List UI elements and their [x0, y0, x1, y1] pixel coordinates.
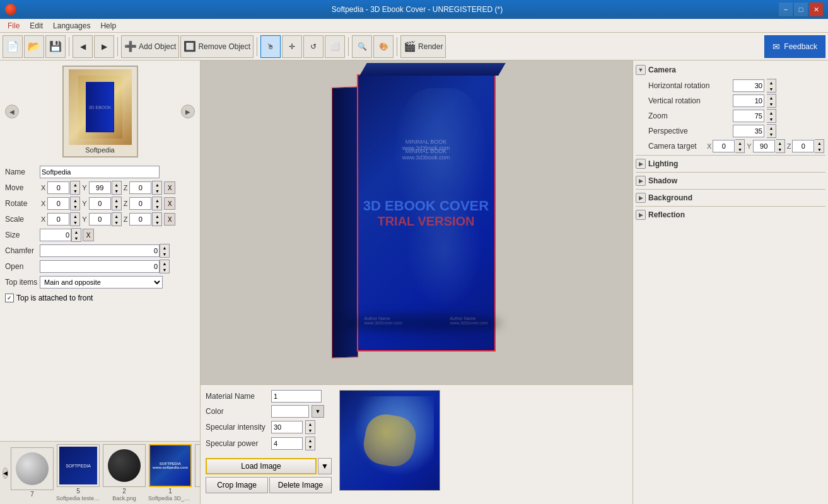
lighting-section-header[interactable]: ▶ Lighting — [636, 157, 825, 171]
rotate-y-input[interactable] — [89, 197, 111, 210]
vertical-rotation-input[interactable] — [733, 94, 764, 107]
move-x-input[interactable] — [47, 181, 69, 194]
specular-power-input[interactable] — [271, 437, 303, 450]
reflection-section-header[interactable]: ▶ Reflection — [636, 208, 825, 222]
scale-tool-button[interactable]: ⬜ — [325, 35, 345, 58]
reflection-title: Reflection — [648, 210, 685, 219]
target-x-input[interactable] — [713, 140, 735, 152]
render-button[interactable]: 🎬 Render — [400, 35, 446, 58]
move-tool-button[interactable]: ✛ — [282, 35, 302, 58]
feedback-button[interactable]: ✉ Feedback — [764, 35, 825, 58]
specular-intensity-input[interactable] — [271, 421, 303, 433]
rotate-x-input[interactable] — [47, 197, 69, 210]
horizontal-rotation-label: Horizontal rotation — [648, 81, 730, 90]
rotate-x-spin[interactable]: ▲▼ — [70, 197, 80, 210]
material-name-input[interactable] — [271, 390, 322, 403]
name-input[interactable] — [40, 166, 160, 178]
scale-reset-button[interactable]: X — [164, 213, 175, 226]
move-reset-button[interactable]: X — [164, 181, 175, 194]
horizontal-rotation-spin[interactable]: ▲ ▼ — [767, 79, 776, 93]
target-x-spin[interactable]: ▲ ▼ — [735, 139, 745, 153]
select-tool-button[interactable]: 🖱 — [260, 35, 281, 58]
background-section-header[interactable]: ▶ Background — [636, 191, 825, 205]
object-thumbnail[interactable]: 3D EBOOK Softpedia — [62, 66, 138, 158]
thumb-prev-button[interactable]: ◀ — [5, 105, 19, 118]
move-z-input[interactable] — [129, 181, 151, 194]
strip-thumb-5[interactable]: SOFTPEDIA 5 Softpedia tested.png — [56, 444, 100, 501]
attached-checkbox[interactable]: ✓ — [5, 294, 14, 302]
specular-intensity-spin[interactable]: ▲▼ — [305, 420, 315, 434]
perspective-spin[interactable]: ▲ ▼ — [767, 124, 776, 138]
new-button[interactable]: 📄 — [3, 35, 23, 58]
remove-object-button[interactable]: 🔲 Remove Object — [180, 35, 254, 58]
open-button[interactable]: 📂 — [24, 35, 44, 58]
shadow-toggle[interactable]: ▶ — [636, 176, 646, 186]
target-y-input[interactable] — [753, 140, 775, 152]
camera-section-header[interactable]: ▼ Camera — [636, 63, 825, 77]
specular-power-spin[interactable]: ▲▼ — [305, 437, 315, 450]
vertical-rotation-spin[interactable]: ▲ ▼ — [767, 94, 776, 108]
menu-edit[interactable]: Edit — [25, 20, 48, 32]
rotate-y-spin[interactable]: ▲▼ — [112, 197, 122, 210]
menu-help[interactable]: Help — [95, 20, 121, 32]
paint-button[interactable]: 🎨 — [373, 35, 394, 58]
reflection-section: ▶ Reflection — [636, 206, 825, 223]
shadow-section-header[interactable]: ▶ Shadow — [636, 174, 825, 188]
load-image-button[interactable]: Load Image — [206, 458, 317, 474]
zoom-spin[interactable]: ▲ ▼ — [767, 109, 776, 123]
lighting-toggle[interactable]: ▶ — [636, 159, 646, 169]
zoom-input[interactable] — [733, 110, 764, 122]
top-items-select[interactable]: Main and opposite Main only All — [40, 276, 163, 289]
close-button[interactable]: ✕ — [809, 3, 823, 16]
minimize-button[interactable]: − — [779, 3, 793, 16]
color-picker-button[interactable]: ▼ — [312, 405, 324, 418]
thumb-next-button[interactable]: ▶ — [181, 105, 195, 118]
menu-languages[interactable]: Languages — [48, 20, 95, 32]
chamfer-input[interactable] — [40, 244, 160, 257]
save-button[interactable]: 💾 — [45, 35, 66, 58]
add-object-button[interactable]: ➕ Add Object — [121, 35, 179, 58]
move-y-spin[interactable]: ▲▼ — [112, 181, 122, 195]
perspective-input[interactable] — [733, 125, 764, 137]
eyedrop-button[interactable]: 🔍 — [352, 35, 372, 58]
strip-thumb-7[interactable]: 7 — [11, 447, 54, 498]
move-x-spin[interactable]: ▲▼ — [70, 181, 80, 195]
menu-file[interactable]: File — [3, 20, 25, 32]
size-input[interactable] — [40, 229, 71, 241]
scale-y-spin[interactable]: ▲▼ — [112, 212, 122, 226]
scale-z-input[interactable] — [129, 213, 151, 226]
target-z-input[interactable] — [792, 140, 814, 152]
crop-image-button[interactable]: Crop Image — [206, 477, 268, 493]
strip-thumb-2[interactable]: 2 Back.png — [103, 444, 146, 501]
reflection-toggle[interactable]: ▶ — [636, 210, 646, 220]
scale-x-input[interactable] — [47, 213, 69, 226]
open-spin[interactable]: ▲▼ — [160, 260, 170, 273]
background-toggle[interactable]: ▶ — [636, 193, 646, 203]
open-input[interactable] — [40, 260, 160, 273]
maximize-button[interactable]: □ — [794, 3, 808, 16]
move-z-spin[interactable]: ▲▼ — [152, 181, 162, 195]
back-button[interactable]: ◀ — [73, 35, 93, 58]
scale-x-spin[interactable]: ▲▼ — [70, 212, 80, 226]
scale-z-spin[interactable]: ▲▼ — [152, 212, 162, 226]
target-y-spin[interactable]: ▲ ▼ — [776, 139, 785, 153]
strip-thumb-1[interactable]: SOFTPEDIAwww.softpedia.com 1 Softpedia 3… — [148, 444, 192, 501]
load-image-dropdown-button[interactable]: ▼ — [318, 458, 332, 474]
forward-button[interactable]: ▶ — [94, 35, 114, 58]
strip-thumb-6[interactable]: 6 bottom.png — [195, 444, 201, 501]
strip-prev-button[interactable]: ◀ — [3, 467, 8, 479]
scale-y-input[interactable] — [89, 213, 111, 226]
rotate-z-input[interactable] — [129, 197, 151, 210]
camera-toggle[interactable]: ▼ — [636, 65, 646, 75]
move-y-input[interactable] — [89, 181, 111, 194]
horizontal-rotation-input[interactable] — [733, 79, 764, 92]
sphere-icon — [16, 452, 49, 485]
rotate-reset-button[interactable]: X — [164, 197, 175, 210]
rotate-tool-button[interactable]: ↺ — [303, 35, 324, 58]
rotate-z-spin[interactable]: ▲▼ — [152, 197, 162, 210]
size-reset-button[interactable]: X — [83, 229, 94, 241]
target-z-spin[interactable]: ▲ ▼ — [815, 139, 824, 153]
size-spin[interactable]: ▲▼ — [71, 228, 81, 242]
delete-image-button[interactable]: Delete Image — [269, 477, 332, 493]
chamfer-spin[interactable]: ▲▼ — [160, 244, 170, 258]
